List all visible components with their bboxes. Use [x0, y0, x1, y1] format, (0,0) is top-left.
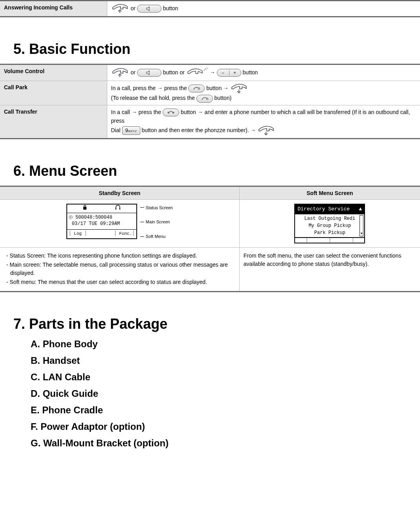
soft-menu-item: Park Pickup: [297, 229, 362, 236]
text: In a call → press the: [111, 109, 163, 115]
soft-menu-image-cell: Directory Service ▲ Last Outgoing Redi M…: [239, 199, 420, 248]
call-transfer-label: Call Transfer: [0, 105, 107, 138]
label-soft-menu: Soft Menu: [140, 233, 173, 240]
hook-on-icon: [230, 83, 248, 94]
hook-on-icon: [257, 125, 275, 136]
speaker-button-icon: [137, 69, 161, 77]
button-word: button: [242, 69, 258, 76]
lock-icon: [83, 204, 87, 212]
text: button and then enter the phonzze number…: [141, 127, 257, 133]
button-or-text: button or: [163, 69, 186, 76]
section-7-title: 7.Parts in the Package: [13, 316, 420, 332]
answering-calls-label: Answering Incoming Calls: [0, 1, 107, 17]
answering-calls-table: Answering Incoming Calls or button: [0, 0, 420, 17]
volume-control-value: or button or → –+ button: [107, 64, 420, 81]
lcd-status-row: [67, 204, 136, 213]
call-transfer-value: In a call → press the button → and enter…: [107, 105, 420, 138]
soft-menu-item: Last Outgoing Redi: [297, 215, 362, 222]
call-park-label: Call Park: [0, 81, 107, 105]
standby-screen-image-cell: ⓒ 500048:500048 03/17 TUE 09:29AM ┊ Log …: [0, 199, 239, 248]
arrow-icon: →: [210, 69, 217, 76]
section-5-title: 5.Basic Function: [13, 41, 420, 57]
text: button): [215, 95, 232, 101]
scroll-up-icon: ▲: [359, 205, 362, 213]
text: Dial: [111, 127, 122, 133]
label-main-screen: Main Screen: [140, 219, 173, 225]
part-g: G. Wall-Mount Bracket (option): [31, 438, 420, 449]
handset-ring-icon: [186, 67, 208, 78]
desc-item: - Soft menu: The menus that the user can…: [4, 278, 235, 286]
svg-rect-2: [119, 208, 120, 210]
soft-menu-lcd: Directory Service ▲ Last Outgoing Redi M…: [294, 204, 365, 244]
hook-off-icon: [111, 4, 129, 14]
svg-rect-0: [83, 207, 86, 210]
part-c: C. LAN Cable: [31, 372, 420, 383]
basic-function-table: Volume Control or button or: [0, 64, 420, 139]
button-word: button: [163, 5, 178, 11]
volume-control-label: Volume Control: [0, 64, 107, 81]
call-park-value: In a call, press the → press the button …: [107, 81, 420, 105]
volume-minus-plus-icon: –+: [217, 69, 241, 77]
standby-lcd: ⓒ 500048:500048 03/17 TUE 09:29AM ┊ Log …: [66, 204, 137, 239]
text: In a call, press the → press the: [111, 85, 189, 91]
part-b: B. Handset: [31, 355, 420, 366]
standby-screen-header: Standby Screen: [0, 186, 239, 199]
or-text: or: [130, 5, 137, 11]
soft-menu-screen-header: Soft Menu Screen: [239, 186, 420, 199]
headset-icon: [115, 204, 121, 212]
soft-menu-item: My Group Pickup: [297, 222, 362, 229]
part-d: D. Quick Guide: [31, 388, 420, 399]
part-e: E. Phone Cradle: [31, 405, 420, 416]
soft-menu-desc: From the soft menu, the user can select …: [239, 248, 420, 292]
svg-rect-1: [116, 208, 116, 210]
hold-button-icon: [188, 85, 205, 92]
soft-menu-header: Directory Service: [297, 205, 350, 213]
soft-menu-footer: ┊┊┊: [294, 238, 365, 243]
hook-off-icon: [111, 68, 129, 78]
answering-calls-value: or button: [107, 1, 420, 17]
text: (To release the call hold, press the: [111, 95, 196, 101]
scrollbar-icon: ▼: [359, 215, 363, 236]
section-6-title: 6.Menu Screen: [13, 163, 420, 179]
keypad-9-icon: 9WXYZ: [122, 126, 140, 135]
text: button →: [206, 85, 230, 91]
desc-item: - Main screen: The selectable menus, cal…: [4, 261, 235, 277]
part-f: F. Power Adaptor (option): [31, 421, 420, 432]
lcd-annotation-labels: Status Screen Main Screen Soft Menu: [140, 204, 173, 240]
menu-screen-table: Standby Screen Soft Menu Screen: [0, 186, 420, 293]
lcd-main-row: ⓒ 500048:500048 03/17 TUE 09:29AM: [67, 213, 136, 230]
hold-button-icon: [196, 95, 213, 103]
transfer-button-icon: [163, 109, 179, 116]
or-text: or: [130, 69, 137, 76]
standby-screen-desc: - Status Screen: The icons representing …: [0, 248, 239, 292]
speaker-button-icon: [137, 5, 161, 13]
lcd-softkey-row: ┊ Log ┊ ┊ Func.┊: [67, 230, 136, 238]
label-status-screen: Status Screen: [140, 204, 173, 211]
desc-item: - Status Screen: The icons representing …: [4, 252, 235, 260]
part-a: A. Phone Body: [31, 339, 420, 350]
